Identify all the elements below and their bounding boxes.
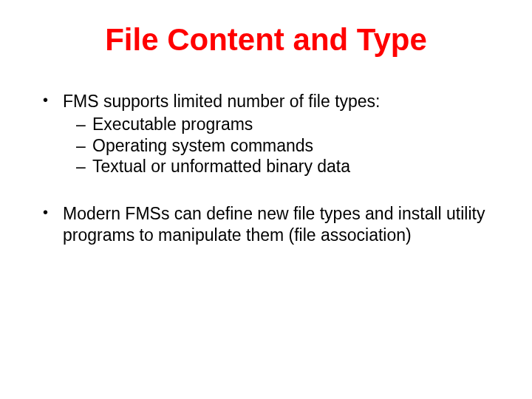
- list-item: Operating system commands: [63, 135, 495, 157]
- bullet-text: Modern FMSs can define new file types an…: [63, 204, 485, 245]
- slide-title: File Content and Type: [37, 22, 495, 58]
- list-item: Executable programs: [63, 114, 495, 135]
- bullet-text: FMS supports limited number of file type…: [63, 92, 381, 111]
- bullet-list: FMS supports limited number of file type…: [37, 91, 495, 246]
- list-item: Textual or unformatted binary data: [63, 156, 495, 177]
- list-item: Modern FMSs can define new file types an…: [37, 203, 495, 246]
- sub-bullet-list: Executable programs Operating system com…: [63, 114, 495, 177]
- list-item: FMS supports limited number of file type…: [37, 91, 495, 177]
